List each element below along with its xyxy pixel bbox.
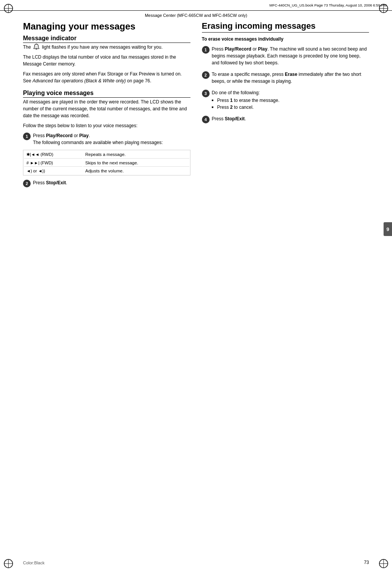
section2-title: Playing voice messages [23,90,190,98]
erase-step2-circle: 2 [202,71,210,79]
erase-step3-text: Do one of the following: Press 1 to eras… [212,89,280,111]
main-title: Managing your messages [23,21,190,32]
svg-rect-13 [36,49,37,50]
erase-step1-circle: 1 [202,46,210,54]
section2-intro2: Follow the steps below to listen to your… [23,122,190,129]
erase-step3-circle: 3 [202,90,210,97]
bell-icon [33,44,40,51]
erase-step1-text: Press Play/Record or Play. The machine w… [212,46,369,66]
cmd-desc-vol: Adjusts the volume. [83,167,189,174]
main-content: Managing your messages Message indicator… [23,21,369,549]
cmd-key-fwd: # ►►| (FWD) [24,159,82,167]
bullet-press1: Press 1 to erase the message. [212,97,280,104]
two-column-layout: Managing your messages Message indicator… [23,21,369,549]
erase-step4: 4 Press Stop/Exit. [202,115,369,123]
erase-step4-circle: 4 [202,116,210,123]
page-header-title: Message Center (MFC-665CW and MFC-845CW … [0,13,392,18]
step1-circle: 1 [23,133,31,140]
cmd-desc-fwd: Skips to the next message. [83,159,189,167]
section1-para3: Fax messages are only stored when Fax St… [23,70,190,84]
erase-step1: 1 Press Play/Record or Play. The machine… [202,46,369,66]
erase-step2-text: To erase a specific message, press Erase… [212,71,369,85]
para1-prefix: The [23,44,31,50]
command-row-vol: ◄) or ◄)) Adjusts the volume. [24,167,189,174]
command-row-fwd: # ►►| (FWD) Skips to the next message. [24,159,189,167]
corner-mark-br [378,558,389,569]
corner-mark-bl [3,558,14,569]
bullet-press2: Press 2 to cancel. [212,104,280,111]
cmd-key-vol: ◄) or ◄)) [24,167,82,174]
file-info: MFC-440CN_UG_US.book Page 73 Thursday, A… [269,3,387,7]
erase-step3: 3 Do one of the following: Press 1 to er… [202,89,369,111]
cmd-desc-rwd: Repeats a message. [83,151,189,159]
section1-para2: The LCD displays the total number of voi… [23,54,190,67]
section2-intro: All messages are played in the order the… [23,98,190,119]
commands-table: ✱|◄◄ (RWD) Repeats a message. # ►►| (FWD… [23,150,190,175]
section1-title: Message indicator [23,35,190,43]
step2-text: Press Stop/Exit. [33,179,67,186]
step1: 1 Press Play/Record or Play. The followi… [23,132,190,146]
erase-heading: To erase voice messages individually [202,36,369,42]
section1-para1: The light flashes if you have any new me… [23,44,190,51]
step2: 2 Press Stop/Exit. [23,179,190,187]
erase-step4-text: Press Stop/Exit. [212,115,246,122]
header-bar: MFC-440CN_UG_US.book Page 73 Thursday, A… [0,0,392,11]
right-column: Erasing incoming messages To erase voice… [202,21,369,549]
left-column: Managing your messages Message indicator… [23,21,190,549]
color-info: Color:Black [23,561,44,565]
step2-circle: 2 [23,180,31,187]
step1-text: Press Play/Record or Play. The following… [33,132,163,146]
chapter-tab: 9 [384,222,392,236]
page-number: 73 [364,560,369,565]
erase-step3-bullets: Press 1 to erase the message. Press 2 to… [212,97,280,111]
right-main-title: Erasing incoming messages [202,21,369,31]
para1-suffix: light flashes if you have any new messag… [42,44,162,50]
command-row-rwd: ✱|◄◄ (RWD) Repeats a message. [24,151,189,159]
cmd-key-rwd: ✱|◄◄ (RWD) [24,151,82,159]
erase-step2: 2 To erase a specific message, press Era… [202,71,369,85]
